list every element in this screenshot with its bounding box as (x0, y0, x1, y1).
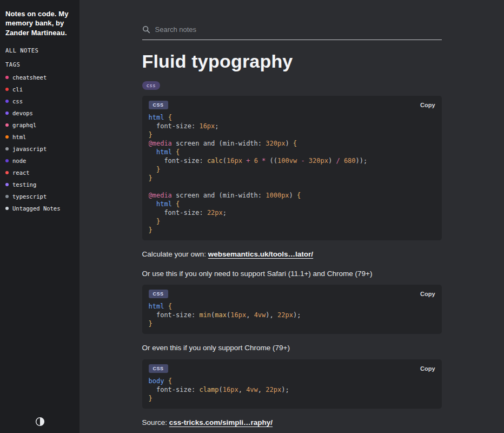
code-content: html { font-size: 16px; } @media screen … (149, 113, 435, 234)
tag-list: cheatsheetclicssdevopsgraphqlhtmljavascr… (5, 74, 74, 212)
note-paragraph: Calculate your own: websemantics.uk/tool… (142, 249, 442, 260)
code-language-badge: CSS (149, 101, 168, 109)
tag-label: react (12, 169, 30, 176)
tag-color-dot (5, 159, 9, 162)
note-tag-pill-css[interactable]: css (142, 81, 160, 90)
tag-label: css (12, 98, 23, 104)
sidebar-tag-cli[interactable]: cli (5, 86, 74, 93)
tag-label: javascript (12, 146, 47, 152)
note-paragraph: Or even this if you only support Chrome … (142, 343, 442, 353)
copy-button[interactable]: Copy (420, 102, 435, 108)
note-paragraph: Source: css-tricks.com/simpli…raphy/ (142, 417, 442, 428)
paragraph-text: Calculate your own: (142, 250, 208, 258)
tag-label: Untagged Notes (12, 205, 61, 212)
main-area: Fluid typography css CSS Copy html { fon… (79, 0, 504, 433)
sidebar: Notes on code. My memory bank, by Zander… (0, 0, 79, 433)
tag-color-dot (5, 207, 9, 210)
tag-label: cli (12, 86, 23, 93)
code-block-clamp: CSS Copy body { font-size: clamp(16px, 4… (142, 359, 442, 409)
sidebar-tag-untagged-notes[interactable]: Untagged Notes (5, 205, 74, 212)
tag-color-dot (5, 183, 9, 186)
sidebar-tag-devops[interactable]: devops (5, 110, 74, 116)
contrast-icon (35, 417, 45, 427)
search-bar (142, 25, 442, 40)
code-language-badge: CSS (149, 290, 168, 298)
link-css-tricks[interactable]: css-tricks.com/simpli…raphy/ (169, 418, 273, 427)
tag-color-dot (5, 111, 9, 115)
copy-button[interactable]: Copy (420, 291, 435, 297)
paragraph-text: Source: (142, 418, 169, 427)
sidebar-tag-cheatsheet[interactable]: cheatsheet (5, 74, 74, 81)
tag-color-dot (5, 88, 9, 91)
tag-label: cheatsheet (12, 74, 47, 81)
link-websemantics[interactable]: websemantics.uk/tools…lator/ (208, 250, 313, 258)
tag-color-dot (5, 195, 9, 198)
tag-color-dot (5, 76, 9, 79)
tag-label: node (12, 158, 26, 164)
tags-heading: TAGS (5, 61, 74, 68)
sidebar-tag-testing[interactable]: testing (5, 181, 74, 188)
note-paragraph: Or use this if you only need to support … (142, 268, 442, 279)
tag-label: testing (12, 181, 36, 188)
tag-color-dot (5, 123, 9, 127)
tag-label: typescript (12, 193, 47, 200)
code-language-badge: CSS (149, 364, 168, 373)
code-content: body { font-size: clamp(16px, 4vw, 22px)… (149, 377, 435, 403)
code-block-fluid-media-queries: CSS Copy html { font-size: 16px; } @medi… (142, 96, 442, 240)
code-block-min-max: CSS Copy html { font-size: min(max(16px,… (142, 285, 442, 334)
tag-color-dot (5, 135, 9, 139)
tag-color-dot (5, 171, 9, 174)
search-input[interactable] (155, 25, 442, 34)
code-content: html { font-size: min(max(16px, 4vw), 22… (149, 302, 435, 328)
tag-color-dot (5, 100, 9, 103)
site-title: Notes on code. My memory bank, by Zander… (5, 9, 70, 37)
tag-label: devops (12, 110, 33, 116)
search-icon (142, 25, 150, 34)
copy-button[interactable]: Copy (420, 365, 435, 372)
tag-color-dot (5, 147, 9, 150)
tag-label: graphql (12, 122, 36, 128)
sidebar-tag-node[interactable]: node (5, 158, 74, 164)
sidebar-tag-graphql[interactable]: graphql (5, 122, 74, 128)
sidebar-tag-css[interactable]: css (5, 98, 74, 104)
sidebar-tag-html[interactable]: html (5, 134, 74, 140)
sidebar-tag-react[interactable]: react (5, 169, 74, 176)
note-title: Fluid typography (142, 51, 442, 72)
sidebar-item-all-notes[interactable]: ALL NOTES (5, 47, 74, 54)
tag-label: html (12, 134, 26, 140)
theme-toggle-button[interactable] (35, 417, 45, 427)
sidebar-tag-javascript[interactable]: javascript (5, 146, 74, 152)
sidebar-tag-typescript[interactable]: typescript (5, 193, 74, 200)
